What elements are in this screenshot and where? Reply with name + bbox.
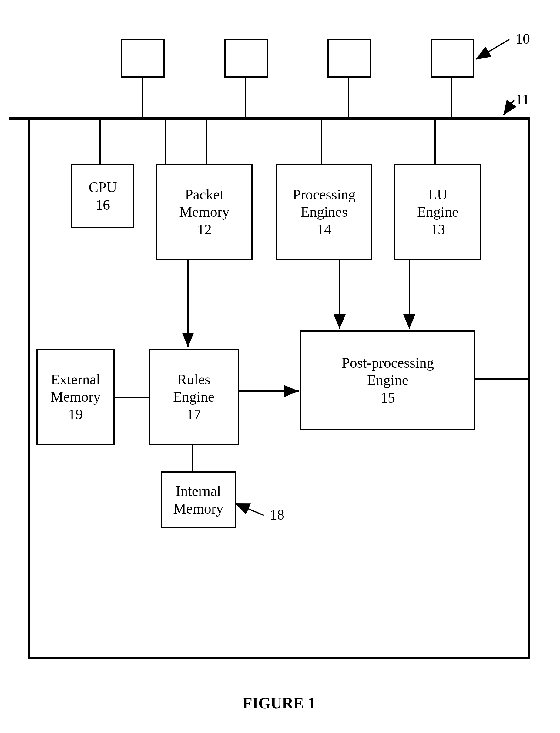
rules-l1: Rules bbox=[177, 371, 210, 388]
packet-l1: Packet bbox=[185, 186, 224, 204]
svg-line-20 bbox=[235, 503, 264, 515]
ref-11: 11 bbox=[515, 91, 529, 108]
svg-line-19 bbox=[503, 100, 514, 115]
ext-l1: External bbox=[51, 371, 100, 388]
lu-engine-block: LU Engine 13 bbox=[394, 164, 481, 260]
top-box-1 bbox=[121, 39, 165, 78]
cpu-line2: 16 bbox=[96, 196, 110, 214]
external-memory-block: External Memory 19 bbox=[36, 349, 115, 445]
rules-l3: 17 bbox=[186, 405, 201, 423]
figure-caption: FIGURE 1 bbox=[243, 694, 316, 712]
svg-line-18 bbox=[476, 39, 509, 59]
internal-l2: Memory bbox=[173, 500, 223, 517]
top-box-4 bbox=[431, 39, 474, 78]
rules-engine-block: Rules Engine 17 bbox=[149, 349, 239, 445]
processing-engines-block: Processing Engines 14 bbox=[276, 164, 372, 260]
post-l1: Post-processing bbox=[342, 354, 434, 371]
ext-l2: Memory bbox=[50, 388, 100, 405]
proc-l1: Processing bbox=[293, 186, 356, 204]
cpu-line1: CPU bbox=[89, 179, 117, 196]
lu-l2: Engine bbox=[417, 203, 458, 221]
proc-l2: Engines bbox=[301, 203, 348, 221]
rules-l2: Engine bbox=[173, 388, 214, 405]
internal-l1: Internal bbox=[176, 482, 221, 500]
top-box-2 bbox=[224, 39, 268, 78]
cpu-block: CPU 16 bbox=[71, 164, 134, 228]
packet-l3: 12 bbox=[197, 221, 212, 238]
packet-l2: Memory bbox=[179, 203, 229, 221]
ext-l3: 19 bbox=[68, 405, 83, 423]
post-l2: Engine bbox=[367, 371, 408, 389]
ref-18: 18 bbox=[270, 506, 284, 523]
post-processing-engine-block: Post-processing Engine 15 bbox=[300, 331, 475, 430]
top-box-3 bbox=[327, 39, 371, 78]
proc-l3: 14 bbox=[317, 221, 331, 238]
lu-l3: 13 bbox=[431, 221, 445, 238]
packet-memory-block: Packet Memory 12 bbox=[156, 164, 253, 260]
post-l3: 15 bbox=[381, 389, 395, 406]
lu-l1: LU bbox=[428, 186, 448, 204]
ref-10: 10 bbox=[515, 30, 530, 47]
internal-memory-block: Internal Memory bbox=[161, 471, 236, 528]
